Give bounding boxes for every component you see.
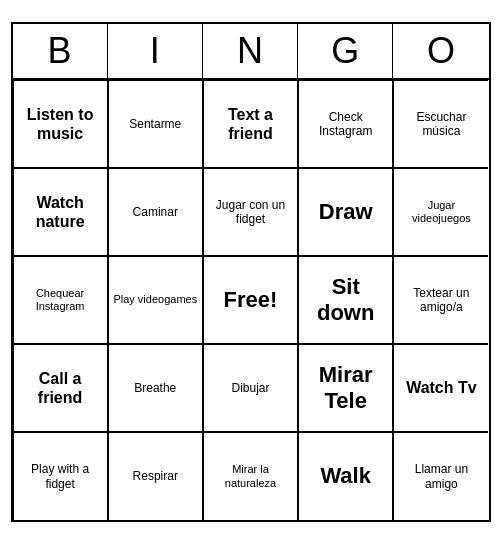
bingo-cell-12: Free! [203, 256, 298, 344]
bingo-cell-5: Watch nature [13, 168, 108, 256]
bingo-letter-n: N [203, 24, 298, 78]
bingo-cell-11: Play videogames [108, 256, 203, 344]
bingo-letter-o: O [393, 24, 488, 78]
cell-text-10: Chequear Instagram [18, 287, 103, 313]
bingo-cell-22: Mirar la naturaleza [203, 432, 298, 520]
cell-text-2: Text a friend [208, 105, 293, 143]
cell-text-16: Breathe [134, 381, 176, 395]
cell-text-11: Play videogames [113, 293, 197, 306]
bingo-cell-10: Chequear Instagram [13, 256, 108, 344]
cell-text-4: Escuchar música [398, 110, 484, 139]
bingo-cell-17: Dibujar [203, 344, 298, 432]
bingo-cell-0: Listen to music [13, 80, 108, 168]
bingo-cell-2: Text a friend [203, 80, 298, 168]
cell-text-24: Llamar un amigo [398, 462, 484, 491]
bingo-cell-15: Call a friend [13, 344, 108, 432]
bingo-cell-23: Walk [298, 432, 393, 520]
cell-text-14: Textear un amigo/a [398, 286, 484, 315]
cell-text-19: Watch Tv [406, 378, 477, 397]
bingo-cell-16: Breathe [108, 344, 203, 432]
cell-text-15: Call a friend [18, 369, 103, 407]
bingo-grid: Listen to musicSentarmeText a friendChec… [13, 80, 489, 520]
bingo-cell-14: Textear un amigo/a [393, 256, 488, 344]
bingo-header: BINGO [13, 24, 489, 80]
bingo-cell-6: Caminar [108, 168, 203, 256]
bingo-letter-i: I [108, 24, 203, 78]
cell-text-22: Mirar la naturaleza [208, 463, 293, 489]
cell-text-18: Mirar Tele [303, 362, 388, 415]
bingo-card: BINGO Listen to musicSentarmeText a frie… [11, 22, 491, 522]
bingo-cell-21: Respirar [108, 432, 203, 520]
cell-text-20: Play with a fidget [18, 462, 103, 491]
cell-text-17: Dibujar [231, 381, 269, 395]
bingo-letter-g: G [298, 24, 393, 78]
bingo-cell-8: Draw [298, 168, 393, 256]
cell-text-7: Jugar con un fidget [208, 198, 293, 227]
cell-text-9: Jugar videojuegos [398, 199, 484, 225]
bingo-cell-9: Jugar videojuegos [393, 168, 488, 256]
bingo-cell-20: Play with a fidget [13, 432, 108, 520]
bingo-cell-4: Escuchar música [393, 80, 488, 168]
bingo-cell-19: Watch Tv [393, 344, 488, 432]
cell-text-5: Watch nature [18, 193, 103, 231]
bingo-cell-18: Mirar Tele [298, 344, 393, 432]
bingo-cell-3: Check Instagram [298, 80, 393, 168]
bingo-cell-24: Llamar un amigo [393, 432, 488, 520]
cell-text-6: Caminar [133, 205, 178, 219]
bingo-letter-b: B [13, 24, 108, 78]
cell-text-23: Walk [320, 463, 371, 489]
cell-text-0: Listen to music [18, 105, 103, 143]
cell-text-21: Respirar [133, 469, 178, 483]
bingo-cell-13: Sit down [298, 256, 393, 344]
cell-text-12: Free! [224, 287, 278, 313]
bingo-cell-1: Sentarme [108, 80, 203, 168]
cell-text-1: Sentarme [129, 117, 181, 131]
cell-text-13: Sit down [303, 274, 388, 327]
cell-text-3: Check Instagram [303, 110, 388, 139]
cell-text-8: Draw [319, 199, 373, 225]
bingo-cell-7: Jugar con un fidget [203, 168, 298, 256]
